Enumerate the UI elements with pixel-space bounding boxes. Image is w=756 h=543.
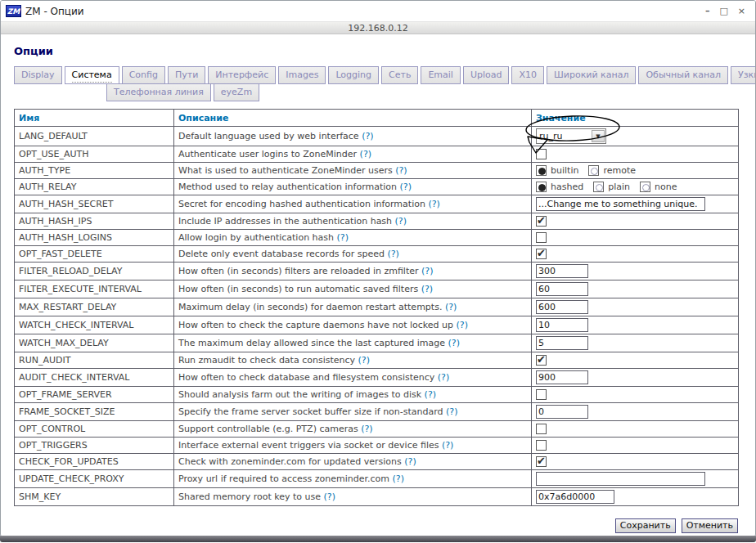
shm_key-input[interactable] [536, 490, 614, 504]
table-row: WATCH_CHECK_INTERVALHow often to check t… [15, 316, 739, 334]
tab-display[interactable]: Display [14, 66, 62, 84]
help-link[interactable]: (?) [362, 131, 373, 141]
auth_relay-radio-hashed[interactable] [536, 182, 547, 192]
column-header-description: Описание [174, 110, 532, 127]
cancel-button[interactable]: Отменить [682, 518, 738, 533]
option-description: Include IP addresses in the authenticati… [174, 213, 532, 230]
help-link[interactable]: (?) [438, 372, 449, 383]
tab-row-1: DisplayСистемаConfigПутиИнтерфейсImagesL… [14, 66, 742, 84]
opt_fast_delete-checkbox[interactable] [536, 249, 547, 259]
tab-eyezm[interactable]: eyeZm [214, 83, 259, 101]
tab-email[interactable]: Email [421, 66, 461, 84]
auth_relay-radio-plain[interactable] [593, 182, 604, 192]
tab-images[interactable]: Images [278, 66, 326, 84]
tab-обычный-канал[interactable]: Обычный канал [638, 66, 728, 84]
filter_execute_interval-input[interactable] [536, 282, 588, 296]
auth_relay-radio-none[interactable] [640, 182, 650, 192]
help-link[interactable]: (?) [428, 199, 439, 209]
help-link[interactable]: (?) [448, 338, 460, 348]
help-link[interactable]: (?) [395, 165, 407, 176]
tab-пути[interactable]: Пути [168, 66, 205, 84]
table-row: WATCH_MAX_DELAYThe maximum delay allowed… [15, 334, 739, 352]
tab-logging[interactable]: Logging [328, 66, 379, 84]
help-link[interactable]: (?) [421, 266, 433, 276]
tab-система[interactable]: Система [65, 66, 119, 84]
watch_max_delay-input[interactable] [536, 336, 588, 350]
tab-интерфейс[interactable]: Интерфейс [208, 66, 276, 84]
opt_frame_server-checkbox[interactable] [536, 389, 547, 400]
tab-label: Email [428, 70, 453, 80]
option-description: How often to check database and filesyst… [174, 369, 532, 387]
auth_hash_secret-input[interactable] [536, 197, 705, 211]
option-value [532, 298, 739, 316]
help-link[interactable]: (?) [421, 284, 433, 294]
option-name: OPT_USE_AUTH [15, 146, 174, 163]
tab-label: Images [286, 70, 318, 80]
option-description: How often (in seconds) filters are reloa… [174, 263, 532, 280]
help-link[interactable]: (?) [360, 149, 371, 159]
option-name: AUTH_HASH_IPS [15, 213, 174, 230]
help-link[interactable]: (?) [361, 424, 372, 434]
max_restart_delay-input[interactable] [536, 300, 588, 314]
lang_default-select[interactable]: ru_ru▼ [536, 128, 606, 144]
check_for_updates-checkbox[interactable] [536, 456, 547, 467]
auth_type-radio-remote[interactable] [588, 165, 599, 176]
auth_type-radio-builtin[interactable] [536, 165, 547, 176]
chevron-down-icon[interactable]: ▼ [592, 130, 605, 142]
update_check_proxy-input[interactable] [536, 472, 705, 486]
help-link[interactable]: (?) [393, 473, 404, 484]
watch_check_interval-input[interactable] [536, 318, 588, 332]
help-link[interactable]: (?) [395, 216, 407, 227]
help-link[interactable]: (?) [425, 389, 436, 400]
help-link[interactable]: (?) [358, 355, 370, 366]
help-link[interactable]: (?) [387, 249, 398, 259]
tab-x10[interactable]: X10 [511, 66, 544, 84]
tab-label: Интерфейс [215, 70, 268, 80]
option-description: Run zmaudit to check data consistency (?… [174, 352, 532, 369]
tab-узкий-канал[interactable]: Узкий канал [731, 66, 756, 84]
help-link[interactable]: (?) [324, 491, 335, 502]
maximize-icon[interactable]: □ [719, 7, 727, 16]
tab-широкий-канал[interactable]: Широкий канал [547, 66, 636, 84]
help-link[interactable]: (?) [400, 182, 412, 192]
minimize-icon[interactable]: – [705, 7, 710, 16]
option-name: LANG_DEFAULT [15, 127, 174, 146]
tab-upload[interactable]: Upload [463, 66, 510, 84]
tab-label: Logging [335, 70, 371, 80]
help-link[interactable]: (?) [457, 320, 468, 330]
tab-сеть[interactable]: Сеть [381, 66, 418, 84]
tab-bar: DisplayСистемаConfigПутиИнтерфейсImagesL… [14, 66, 742, 101]
close-icon[interactable]: × [738, 7, 745, 16]
opt_use_auth-checkbox[interactable] [536, 149, 547, 159]
auth_hash_logins-checkbox[interactable] [536, 232, 547, 243]
frame_socket_size-input[interactable] [536, 405, 588, 419]
run_audit-checkbox[interactable] [536, 355, 547, 366]
opt_control-checkbox[interactable] [536, 424, 547, 434]
table-row: AUDIT_CHECK_INTERVALHow often to check d… [15, 369, 739, 387]
opt_triggers-checkbox[interactable] [536, 440, 547, 451]
radio-label: hashed [551, 182, 583, 192]
audit_check_interval-input[interactable] [536, 370, 588, 384]
tab-телефонная-линия[interactable]: Телефонная линия [106, 83, 211, 101]
table-row: AUTH_HASH_LOGINSAllow login by authentic… [15, 230, 739, 246]
save-button[interactable]: Сохранить [615, 518, 676, 533]
help-link[interactable]: (?) [446, 406, 457, 417]
option-value [532, 213, 739, 230]
help-link[interactable]: (?) [404, 456, 416, 467]
tab-config[interactable]: Config [122, 66, 165, 84]
help-link[interactable]: (?) [442, 440, 453, 451]
filter_reload_delay-input[interactable] [536, 264, 588, 278]
auth_type-radio-group: builtinremote [536, 165, 734, 176]
auth_hash_ips-checkbox[interactable] [536, 216, 547, 227]
option-value [532, 369, 739, 387]
option-value [532, 403, 739, 421]
option-name: WATCH_MAX_DELAY [15, 334, 174, 352]
window-frame-edge [0, 536, 756, 542]
option-description: Support controllable (e.g. PTZ) cameras … [174, 421, 532, 438]
tab-row-2: Телефонная линияeyeZm [106, 83, 742, 101]
help-link[interactable]: (?) [445, 302, 457, 312]
help-link[interactable]: (?) [337, 232, 349, 243]
option-description: Should analysis farm out the writing of … [174, 387, 532, 403]
table-row: OPT_CONTROLSupport controllable (e.g. PT… [15, 421, 739, 438]
option-value [532, 421, 739, 438]
